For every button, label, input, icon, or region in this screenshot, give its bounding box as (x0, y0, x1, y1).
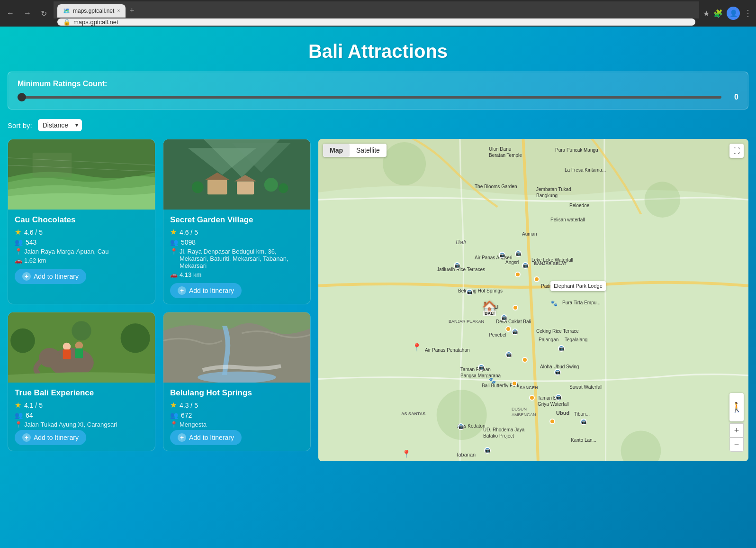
add-icon-2: + (178, 286, 186, 295)
map-pin-camera-6: 📷 (501, 314, 507, 321)
card-address-2: 📍 Jl. Raya Denpasar Bedugul km. 36, Meka… (170, 248, 304, 269)
card-image-4 (163, 312, 310, 383)
svg-rect-19 (75, 348, 83, 358)
map-tooltip-elephant-park: Elephant Park Lodge (550, 281, 606, 291)
card-title-4: Belulang Hot Springs (170, 388, 304, 398)
map-terrain-svg (318, 139, 748, 461)
distance-text-1: 1.62 km (24, 257, 46, 264)
extensions-icon[interactable]: 🧩 (713, 9, 723, 18)
lock-icon: 🔒 (63, 18, 71, 26)
map-zoom-out-button[interactable]: − (729, 438, 744, 452)
people-icon-2: 👥 (170, 238, 178, 246)
bookmark-icon[interactable]: ★ (703, 9, 710, 18)
map-tab-satellite[interactable]: Satellite (350, 144, 387, 157)
add-btn-label-4: Add to Itinerary (189, 434, 234, 441)
map-fullscreen-button[interactable]: ⛶ (729, 144, 744, 158)
svg-point-13 (72, 321, 91, 340)
map-pin-camera-13: 📷 (580, 419, 587, 425)
refresh-button[interactable]: ↻ (38, 8, 50, 19)
distance-text-2: 4.13 km (180, 271, 201, 278)
location-icon-1: 📍 (15, 248, 22, 255)
card-rating-4: ★ 4.3 / 5 (170, 401, 304, 410)
map-bali-label: BALI (483, 311, 496, 316)
card-distance-1: 🚗 1.62 km (15, 257, 148, 264)
map-pin-camera-12: 📷 (555, 394, 562, 401)
card-distance-2: 🚗 4.13 km (170, 271, 304, 278)
active-tab[interactable]: 🗺️ maps.gptcall.net × (57, 4, 126, 18)
rating-text-2: 4.6 / 5 (180, 228, 198, 236)
star-icon-4: ★ (170, 401, 177, 410)
svg-point-15 (39, 348, 60, 367)
svg-rect-1 (33, 153, 72, 178)
sort-select[interactable]: Distance Rating Reviews (38, 119, 82, 131)
card-rating-2: ★ 4.6 / 5 (170, 228, 304, 237)
car-icon-1: 🚗 (15, 257, 22, 264)
map-pegman-icon[interactable]: 🚶 (729, 393, 744, 421)
map-pin-orange-3 (513, 305, 518, 311)
card-image-3 (8, 312, 155, 383)
add-to-itinerary-button-3[interactable]: + Add to Itinerary (15, 430, 86, 445)
reviews-text-1: 543 (26, 238, 36, 246)
map-pin-pink-1: 📍 (412, 343, 422, 352)
map-pin-orange-4 (505, 326, 511, 332)
new-tab-button[interactable]: + (129, 6, 135, 16)
card-address-4: 📍 Mengesta (170, 421, 304, 428)
svg-rect-6 (237, 181, 254, 194)
address-text-1: Jalan Raya Marga-Apuan, Cau (24, 248, 109, 255)
page-title: Bali Attractions (8, 27, 748, 72)
ratings-slider[interactable] (18, 96, 721, 99)
reviews-text-3: 64 (26, 411, 33, 419)
card-body-4: Belulang Hot Springs ★ 4.3 / 5 👥 672 📍 M… (163, 383, 310, 451)
rating-text-1: 4.6 / 5 (24, 228, 43, 236)
svg-point-24 (383, 142, 426, 185)
map-pin-camera-2: 📷 (515, 250, 522, 257)
card-image-1 (8, 139, 155, 210)
add-to-itinerary-button-1[interactable]: + Add to Itinerary (15, 269, 86, 284)
tab-close-button[interactable]: × (117, 8, 120, 13)
map-pin-camera-5: 📷 (466, 289, 473, 295)
card-rating-3: ★ 4.1 / 5 (15, 401, 148, 410)
profile-icon[interactable]: 👤 (727, 7, 740, 20)
map-pin-camera-1: 📷 (499, 252, 505, 258)
car-icon-2: 🚗 (170, 271, 178, 278)
url-text: maps.gptcall.net (73, 18, 118, 26)
card-title-3: True Bali Experience (15, 388, 148, 398)
map-pin-paw-1: 🐾 (550, 300, 558, 308)
map-pin-camera-14: 📷 (458, 423, 464, 430)
browser-chrome: ← → ↻ 🗺️ maps.gptcall.net × + 🔒 maps.gpt… (0, 0, 756, 27)
add-to-itinerary-button-2[interactable]: + Add to Itinerary (170, 283, 242, 298)
tooltip-text: Elephant Park Lodge (554, 283, 603, 289)
back-button[interactable]: ← (4, 8, 17, 18)
address-bar[interactable]: 🔒 maps.gptcall.net (57, 18, 695, 26)
content-layout: Cau Chocolates ★ 4.6 / 5 👥 543 📍 Jalan R… (8, 139, 748, 461)
card-title-2: Secret Garden Village (170, 215, 304, 225)
card-title-1: Cau Chocolates (15, 215, 148, 225)
svg-point-9 (279, 183, 288, 193)
address-text-2: Jl. Raya Denpasar Bedugul km. 36, Mekars… (180, 248, 304, 269)
sort-select-wrapper[interactable]: Distance Rating Reviews (38, 119, 82, 131)
tab-label: maps.gptcall.net (73, 8, 114, 14)
browser-nav[interactable]: ← → ↻ (4, 8, 50, 19)
address-text-4: Mengesta (180, 421, 207, 428)
svg-rect-5 (207, 180, 227, 194)
map-zoom-in-button[interactable]: + (729, 423, 744, 438)
card-rating-1: ★ 4.6 / 5 (15, 228, 148, 237)
attraction-card-2: Secret Garden Village ★ 4.6 / 5 👥 5098 📍… (163, 139, 311, 304)
card-body-2: Secret Garden Village ★ 4.6 / 5 👥 5098 📍… (163, 210, 310, 304)
forward-button[interactable]: → (21, 8, 34, 18)
rating-text-3: 4.1 / 5 (24, 402, 43, 409)
people-icon-4: 👥 (170, 411, 178, 419)
card-address-3: 📍 Jalan Tukad Ayung XI, Carangsari (15, 421, 148, 428)
add-icon-4: + (178, 433, 186, 442)
rating-text-4: 4.3 / 5 (180, 402, 198, 409)
map-tab-map[interactable]: Map (323, 144, 350, 157)
map-pin-orange-8 (549, 419, 555, 424)
add-to-itinerary-button-4[interactable]: + Add to Itinerary (170, 430, 242, 445)
map-container[interactable]: Pura Puncak Mangu Ulun DanuBeratan Templ… (318, 139, 748, 461)
add-icon-3: + (22, 433, 31, 442)
menu-icon[interactable]: ⋮ (744, 8, 752, 18)
filter-section: Minimum Ratings Count: 0 (8, 72, 748, 110)
map-pin-camera-10: 📷 (558, 345, 565, 352)
svg-rect-17 (63, 349, 71, 359)
attractions-list: Cau Chocolates ★ 4.6 / 5 👥 543 📍 Jalan R… (8, 139, 311, 461)
